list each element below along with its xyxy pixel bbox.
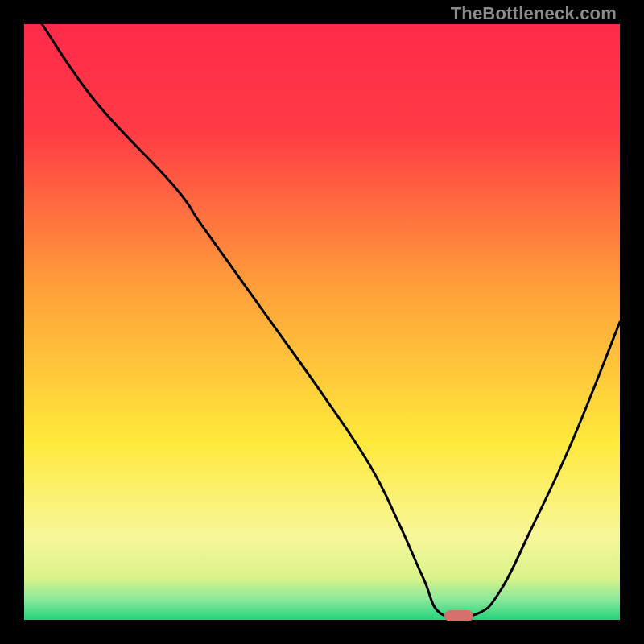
- bottleneck-curve: [24, 24, 620, 620]
- watermark-text: TheBottleneck.com: [451, 3, 617, 24]
- outer-frame: TheBottleneck.com: [0, 0, 644, 644]
- optimal-marker: [444, 610, 473, 621]
- plot-area: [24, 24, 620, 620]
